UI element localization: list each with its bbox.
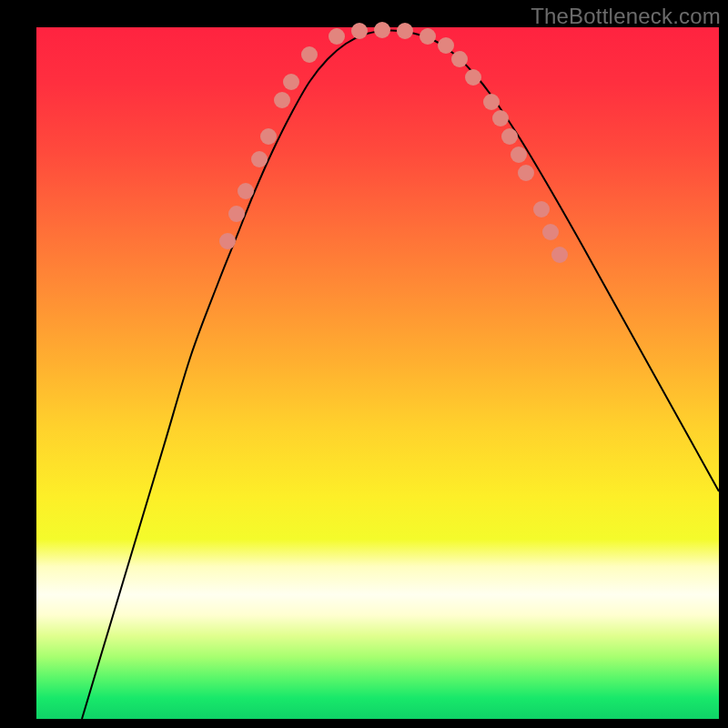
data-marker <box>374 22 390 38</box>
chart-frame: TheBottleneck.com <box>0 0 728 728</box>
data-marker <box>542 224 559 240</box>
data-marker <box>283 74 299 90</box>
data-marker <box>511 147 527 163</box>
watermark-text: TheBottleneck.com <box>531 4 721 29</box>
data-marker <box>483 94 500 110</box>
data-marker <box>420 28 436 45</box>
data-marker <box>219 233 236 249</box>
data-marker <box>238 183 254 199</box>
data-marker <box>438 37 454 54</box>
data-marker <box>451 51 468 67</box>
data-marker <box>351 23 368 39</box>
data-marker <box>260 128 277 145</box>
data-marker <box>465 69 481 86</box>
data-marker <box>301 46 318 63</box>
data-marker <box>228 206 245 222</box>
data-marker <box>274 92 290 108</box>
bottleneck-curve <box>82 30 719 719</box>
data-marker <box>533 201 550 217</box>
data-marker <box>397 23 413 39</box>
plot-area <box>36 27 719 719</box>
data-marker <box>251 151 268 167</box>
curve-layer <box>36 27 719 719</box>
data-marker <box>492 110 509 126</box>
data-marker <box>501 128 518 145</box>
data-marker <box>329 28 345 45</box>
data-marker <box>518 165 534 181</box>
data-marker <box>551 247 568 263</box>
